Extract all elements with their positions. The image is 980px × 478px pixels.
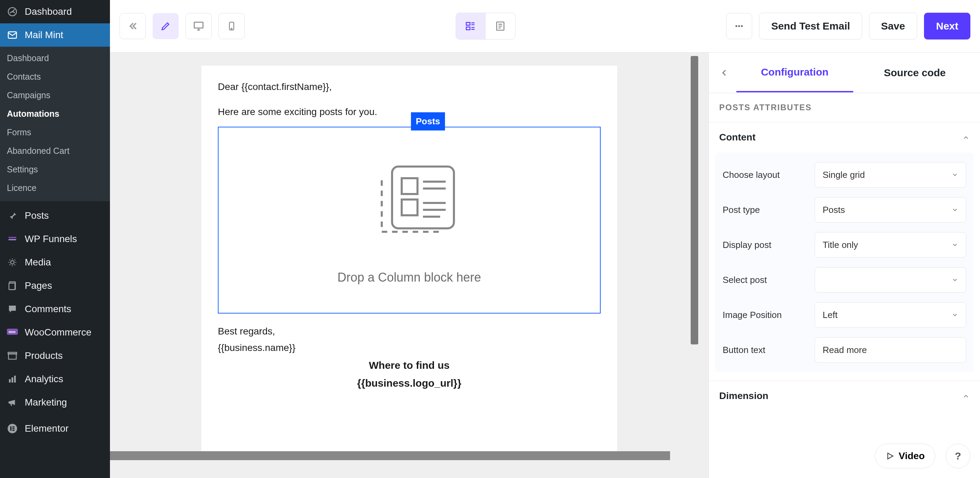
tab-configuration[interactable]: Configuration: [737, 53, 853, 92]
footer-heading[interactable]: Where to find us: [218, 357, 601, 373]
help-button[interactable]: ?: [946, 444, 970, 468]
wp-admin-sidebar: Dashboard Mail Mint Dashboard Contacts C…: [0, 0, 110, 478]
megaphone-icon: [6, 396, 19, 409]
video-label: Video: [899, 451, 925, 462]
tab-source-code[interactable]: Source code: [857, 54, 974, 92]
field-select-post: Select post: [722, 267, 966, 292]
svg-rect-23: [466, 27, 470, 30]
svg-rect-30: [392, 167, 454, 229]
select-post-select[interactable]: [815, 267, 966, 292]
view-mode-toggle: [456, 13, 515, 40]
sub-item-automations[interactable]: Automations: [0, 105, 110, 123]
sidebar-collapse-button[interactable]: [119, 13, 146, 39]
more-options-button[interactable]: [726, 13, 752, 39]
sidebar-item-wp-funnels[interactable]: WP Funnels: [0, 227, 110, 251]
svg-point-27: [741, 25, 743, 27]
sidebar-item-woocommerce[interactable]: woo WooCommerce: [0, 321, 110, 344]
edit-mode-button[interactable]: [153, 13, 179, 39]
canvas-area: Dear {{contact.firstName}}, Here are som…: [110, 52, 708, 478]
sub-item-campaigns[interactable]: Campaigns: [0, 86, 110, 105]
svg-rect-13: [14, 376, 16, 383]
section-dimension: Dimension: [709, 381, 980, 411]
sidebar-item-posts[interactable]: Posts: [0, 204, 110, 227]
sidebar-item-label: WooCommerce: [25, 327, 91, 338]
svg-rect-32: [402, 200, 417, 215]
main-area: Send Test Email Save Next Dear {{contact…: [110, 0, 980, 478]
sidebar-item-elementor[interactable]: Elementor: [0, 417, 110, 440]
svg-point-26: [738, 25, 740, 27]
sub-item-licence[interactable]: Licence: [0, 179, 110, 197]
media-icon: [6, 256, 19, 268]
button-text-input[interactable]: [815, 337, 966, 363]
svg-rect-17: [13, 428, 14, 429]
svg-point-25: [736, 25, 737, 27]
page-icon: [6, 279, 19, 292]
section-dimension-header[interactable]: Dimension: [709, 381, 980, 411]
chevron-down-icon: [951, 172, 958, 178]
svg-point-4: [11, 260, 14, 264]
desktop-preview-button[interactable]: [186, 13, 212, 39]
video-help-button[interactable]: Video: [875, 444, 935, 468]
next-button[interactable]: Next: [924, 13, 970, 40]
section-content-header[interactable]: Content: [709, 122, 980, 152]
canvas-horizontal-scrollbar[interactable]: [110, 451, 670, 460]
sidebar-item-label: Dashboard: [25, 6, 72, 17]
svg-rect-16: [13, 427, 14, 427]
svg-rect-15: [10, 427, 12, 431]
sidebar-item-mail-mint[interactable]: Mail Mint: [0, 23, 110, 47]
sidebar-item-pages[interactable]: Pages: [0, 274, 110, 297]
choose-layout-select[interactable]: Single grid: [815, 162, 966, 187]
sidebar-item-analytics[interactable]: Analytics: [0, 367, 110, 391]
field-choose-layout: Choose layout Single grid: [722, 162, 966, 187]
editor-toolbar: Send Test Email Save Next: [110, 0, 980, 52]
svg-rect-2: [9, 237, 16, 238]
section-content-body: Choose layout Single grid Post type Post…: [715, 152, 974, 372]
sidebar-item-comments[interactable]: Comments: [0, 297, 110, 321]
email-text-closing1[interactable]: Best regards,: [218, 324, 601, 339]
email-text-greeting[interactable]: Dear {{contact.firstName}},: [218, 79, 601, 95]
sidebar-item-products[interactable]: Products: [0, 344, 110, 367]
sidebar-separator: [0, 201, 110, 204]
workspace: Dear {{contact.firstName}}, Here are som…: [110, 52, 980, 478]
sidebar-item-marketing[interactable]: Marketing: [0, 391, 110, 414]
sidebar-submenu: Dashboard Contacts Campaigns Automations…: [0, 47, 110, 201]
elementor-icon: [6, 422, 19, 435]
display-post-select[interactable]: Title only: [815, 232, 966, 257]
email-text-intro[interactable]: Here are some exciting posts for you.: [218, 105, 601, 120]
select-value: Title only: [822, 240, 858, 250]
sidebar-item-label: Products: [25, 350, 63, 362]
email-text-closing2[interactable]: {{business.name}}: [218, 340, 601, 356]
sub-item-forms[interactable]: Forms: [0, 123, 110, 141]
svg-point-21: [231, 28, 232, 29]
play-icon: [886, 451, 894, 461]
email-canvas[interactable]: Dear {{contact.firstName}}, Here are som…: [201, 65, 617, 454]
block-view-button[interactable]: [456, 13, 485, 39]
text-view-button[interactable]: [485, 13, 515, 39]
field-label: Button text: [722, 345, 808, 356]
field-label: Select post: [722, 275, 808, 285]
chevron-down-icon: [951, 241, 958, 248]
save-button[interactable]: Save: [869, 13, 917, 40]
footer-logo-placeholder[interactable]: {{business.logo_url}}: [218, 375, 601, 391]
gauge-icon: [6, 5, 19, 18]
archive-icon: [6, 349, 19, 362]
sidebar-item-media[interactable]: Media: [0, 251, 110, 274]
send-test-email-button[interactable]: Send Test Email: [759, 13, 862, 40]
mobile-preview-button[interactable]: [218, 13, 245, 39]
sub-item-abandoned-cart[interactable]: Abandoned Cart: [0, 141, 110, 160]
sidebar-item-dashboard[interactable]: Dashboard: [0, 0, 110, 23]
image-position-select[interactable]: Left: [815, 302, 966, 327]
inspector-back-button[interactable]: [716, 64, 733, 81]
sub-item-contacts[interactable]: Contacts: [0, 67, 110, 86]
pin-icon: [6, 210, 19, 222]
sidebar-item-label: Media: [25, 257, 51, 268]
chevron-down-icon: [951, 206, 958, 213]
field-image-position: Image Position Left: [722, 302, 966, 327]
sub-item-dashboard[interactable]: Dashboard: [0, 49, 110, 67]
sub-item-settings[interactable]: Settings: [0, 160, 110, 179]
post-type-select[interactable]: Posts: [815, 197, 966, 222]
posts-block-selected[interactable]: Posts: [218, 127, 601, 313]
sidebar-item-label: WP Funnels: [25, 233, 77, 245]
section-content: Content Choose layout Single grid Post t…: [709, 122, 980, 381]
field-label: Post type: [722, 205, 808, 215]
